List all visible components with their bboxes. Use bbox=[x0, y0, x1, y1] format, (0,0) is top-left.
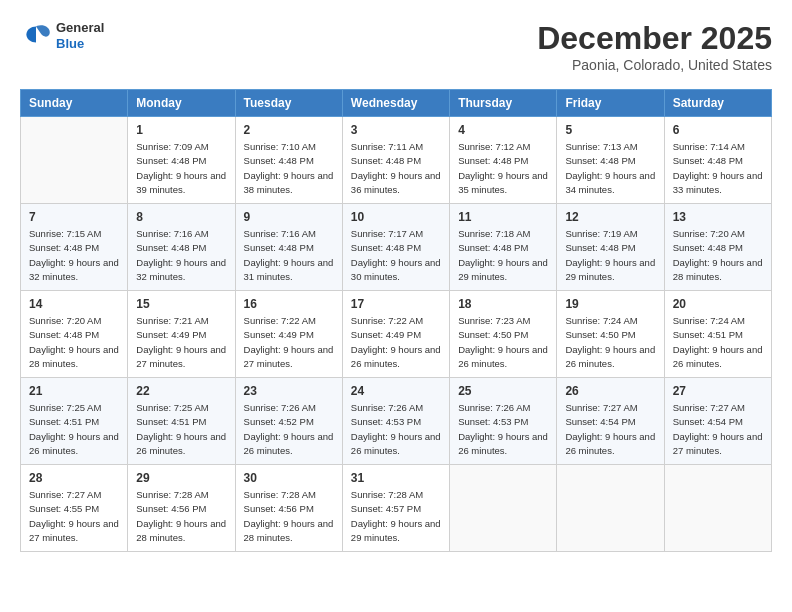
calendar-cell: 9Sunrise: 7:16 AMSunset: 4:48 PMDaylight… bbox=[235, 204, 342, 291]
day-number: 1 bbox=[136, 123, 226, 137]
day-number: 24 bbox=[351, 384, 441, 398]
page-header: General Blue December 2025 Paonia, Color… bbox=[20, 20, 772, 73]
calendar-cell: 30Sunrise: 7:28 AMSunset: 4:56 PMDayligh… bbox=[235, 465, 342, 552]
day-info: Sunrise: 7:28 AMSunset: 4:56 PMDaylight:… bbox=[244, 488, 334, 545]
calendar-cell: 4Sunrise: 7:12 AMSunset: 4:48 PMDaylight… bbox=[450, 117, 557, 204]
day-number: 11 bbox=[458, 210, 548, 224]
day-info: Sunrise: 7:18 AMSunset: 4:48 PMDaylight:… bbox=[458, 227, 548, 284]
day-info: Sunrise: 7:10 AMSunset: 4:48 PMDaylight:… bbox=[244, 140, 334, 197]
day-number: 23 bbox=[244, 384, 334, 398]
day-info: Sunrise: 7:15 AMSunset: 4:48 PMDaylight:… bbox=[29, 227, 119, 284]
calendar-header-row: SundayMondayTuesdayWednesdayThursdayFrid… bbox=[21, 90, 772, 117]
day-number: 15 bbox=[136, 297, 226, 311]
logo-text: General Blue bbox=[56, 20, 104, 51]
calendar-cell: 13Sunrise: 7:20 AMSunset: 4:48 PMDayligh… bbox=[664, 204, 771, 291]
day-number: 13 bbox=[673, 210, 763, 224]
calendar-cell: 22Sunrise: 7:25 AMSunset: 4:51 PMDayligh… bbox=[128, 378, 235, 465]
day-number: 30 bbox=[244, 471, 334, 485]
calendar-cell bbox=[557, 465, 664, 552]
day-number: 17 bbox=[351, 297, 441, 311]
day-info: Sunrise: 7:24 AMSunset: 4:50 PMDaylight:… bbox=[565, 314, 655, 371]
day-info: Sunrise: 7:27 AMSunset: 4:54 PMDaylight:… bbox=[673, 401, 763, 458]
day-number: 14 bbox=[29, 297, 119, 311]
day-number: 7 bbox=[29, 210, 119, 224]
day-info: Sunrise: 7:12 AMSunset: 4:48 PMDaylight:… bbox=[458, 140, 548, 197]
calendar-cell: 8Sunrise: 7:16 AMSunset: 4:48 PMDaylight… bbox=[128, 204, 235, 291]
day-info: Sunrise: 7:24 AMSunset: 4:51 PMDaylight:… bbox=[673, 314, 763, 371]
day-info: Sunrise: 7:11 AMSunset: 4:48 PMDaylight:… bbox=[351, 140, 441, 197]
day-info: Sunrise: 7:27 AMSunset: 4:55 PMDaylight:… bbox=[29, 488, 119, 545]
day-info: Sunrise: 7:22 AMSunset: 4:49 PMDaylight:… bbox=[244, 314, 334, 371]
day-number: 12 bbox=[565, 210, 655, 224]
day-info: Sunrise: 7:19 AMSunset: 4:48 PMDaylight:… bbox=[565, 227, 655, 284]
calendar-cell: 21Sunrise: 7:25 AMSunset: 4:51 PMDayligh… bbox=[21, 378, 128, 465]
calendar-cell: 11Sunrise: 7:18 AMSunset: 4:48 PMDayligh… bbox=[450, 204, 557, 291]
day-info: Sunrise: 7:28 AMSunset: 4:57 PMDaylight:… bbox=[351, 488, 441, 545]
calendar-cell: 3Sunrise: 7:11 AMSunset: 4:48 PMDaylight… bbox=[342, 117, 449, 204]
day-number: 27 bbox=[673, 384, 763, 398]
day-info: Sunrise: 7:13 AMSunset: 4:48 PMDaylight:… bbox=[565, 140, 655, 197]
day-info: Sunrise: 7:25 AMSunset: 4:51 PMDaylight:… bbox=[29, 401, 119, 458]
calendar-cell: 6Sunrise: 7:14 AMSunset: 4:48 PMDaylight… bbox=[664, 117, 771, 204]
day-info: Sunrise: 7:22 AMSunset: 4:49 PMDaylight:… bbox=[351, 314, 441, 371]
day-number: 26 bbox=[565, 384, 655, 398]
calendar-week-row: 14Sunrise: 7:20 AMSunset: 4:48 PMDayligh… bbox=[21, 291, 772, 378]
calendar-table: SundayMondayTuesdayWednesdayThursdayFrid… bbox=[20, 89, 772, 552]
calendar-week-row: 21Sunrise: 7:25 AMSunset: 4:51 PMDayligh… bbox=[21, 378, 772, 465]
calendar-cell bbox=[21, 117, 128, 204]
day-number: 4 bbox=[458, 123, 548, 137]
day-info: Sunrise: 7:21 AMSunset: 4:49 PMDaylight:… bbox=[136, 314, 226, 371]
day-number: 3 bbox=[351, 123, 441, 137]
day-info: Sunrise: 7:26 AMSunset: 4:53 PMDaylight:… bbox=[458, 401, 548, 458]
day-number: 16 bbox=[244, 297, 334, 311]
month-title: December 2025 bbox=[537, 20, 772, 57]
day-number: 21 bbox=[29, 384, 119, 398]
calendar-week-row: 28Sunrise: 7:27 AMSunset: 4:55 PMDayligh… bbox=[21, 465, 772, 552]
day-number: 28 bbox=[29, 471, 119, 485]
calendar-cell: 20Sunrise: 7:24 AMSunset: 4:51 PMDayligh… bbox=[664, 291, 771, 378]
day-info: Sunrise: 7:25 AMSunset: 4:51 PMDaylight:… bbox=[136, 401, 226, 458]
calendar-cell: 26Sunrise: 7:27 AMSunset: 4:54 PMDayligh… bbox=[557, 378, 664, 465]
day-info: Sunrise: 7:23 AMSunset: 4:50 PMDaylight:… bbox=[458, 314, 548, 371]
calendar-cell: 31Sunrise: 7:28 AMSunset: 4:57 PMDayligh… bbox=[342, 465, 449, 552]
calendar-day-header: Thursday bbox=[450, 90, 557, 117]
day-info: Sunrise: 7:28 AMSunset: 4:56 PMDaylight:… bbox=[136, 488, 226, 545]
day-number: 25 bbox=[458, 384, 548, 398]
day-number: 10 bbox=[351, 210, 441, 224]
day-number: 9 bbox=[244, 210, 334, 224]
logo-general-text: General bbox=[56, 20, 104, 36]
logo-blue-text: Blue bbox=[56, 36, 104, 52]
calendar-cell: 10Sunrise: 7:17 AMSunset: 4:48 PMDayligh… bbox=[342, 204, 449, 291]
day-number: 31 bbox=[351, 471, 441, 485]
day-info: Sunrise: 7:26 AMSunset: 4:53 PMDaylight:… bbox=[351, 401, 441, 458]
calendar-cell: 29Sunrise: 7:28 AMSunset: 4:56 PMDayligh… bbox=[128, 465, 235, 552]
calendar-week-row: 7Sunrise: 7:15 AMSunset: 4:48 PMDaylight… bbox=[21, 204, 772, 291]
day-number: 18 bbox=[458, 297, 548, 311]
day-info: Sunrise: 7:14 AMSunset: 4:48 PMDaylight:… bbox=[673, 140, 763, 197]
day-info: Sunrise: 7:20 AMSunset: 4:48 PMDaylight:… bbox=[29, 314, 119, 371]
calendar-cell: 5Sunrise: 7:13 AMSunset: 4:48 PMDaylight… bbox=[557, 117, 664, 204]
day-info: Sunrise: 7:26 AMSunset: 4:52 PMDaylight:… bbox=[244, 401, 334, 458]
calendar-cell bbox=[450, 465, 557, 552]
day-info: Sunrise: 7:16 AMSunset: 4:48 PMDaylight:… bbox=[244, 227, 334, 284]
day-info: Sunrise: 7:16 AMSunset: 4:48 PMDaylight:… bbox=[136, 227, 226, 284]
calendar-cell: 28Sunrise: 7:27 AMSunset: 4:55 PMDayligh… bbox=[21, 465, 128, 552]
calendar-cell: 27Sunrise: 7:27 AMSunset: 4:54 PMDayligh… bbox=[664, 378, 771, 465]
day-number: 22 bbox=[136, 384, 226, 398]
calendar-cell: 17Sunrise: 7:22 AMSunset: 4:49 PMDayligh… bbox=[342, 291, 449, 378]
calendar-day-header: Sunday bbox=[21, 90, 128, 117]
day-number: 8 bbox=[136, 210, 226, 224]
day-info: Sunrise: 7:09 AMSunset: 4:48 PMDaylight:… bbox=[136, 140, 226, 197]
day-info: Sunrise: 7:27 AMSunset: 4:54 PMDaylight:… bbox=[565, 401, 655, 458]
calendar-cell: 24Sunrise: 7:26 AMSunset: 4:53 PMDayligh… bbox=[342, 378, 449, 465]
calendar-day-header: Tuesday bbox=[235, 90, 342, 117]
calendar-cell: 7Sunrise: 7:15 AMSunset: 4:48 PMDaylight… bbox=[21, 204, 128, 291]
calendar-week-row: 1Sunrise: 7:09 AMSunset: 4:48 PMDaylight… bbox=[21, 117, 772, 204]
calendar-day-header: Friday bbox=[557, 90, 664, 117]
calendar-cell: 19Sunrise: 7:24 AMSunset: 4:50 PMDayligh… bbox=[557, 291, 664, 378]
day-number: 29 bbox=[136, 471, 226, 485]
calendar-day-header: Monday bbox=[128, 90, 235, 117]
calendar-cell bbox=[664, 465, 771, 552]
day-number: 2 bbox=[244, 123, 334, 137]
title-block: December 2025 Paonia, Colorado, United S… bbox=[537, 20, 772, 73]
